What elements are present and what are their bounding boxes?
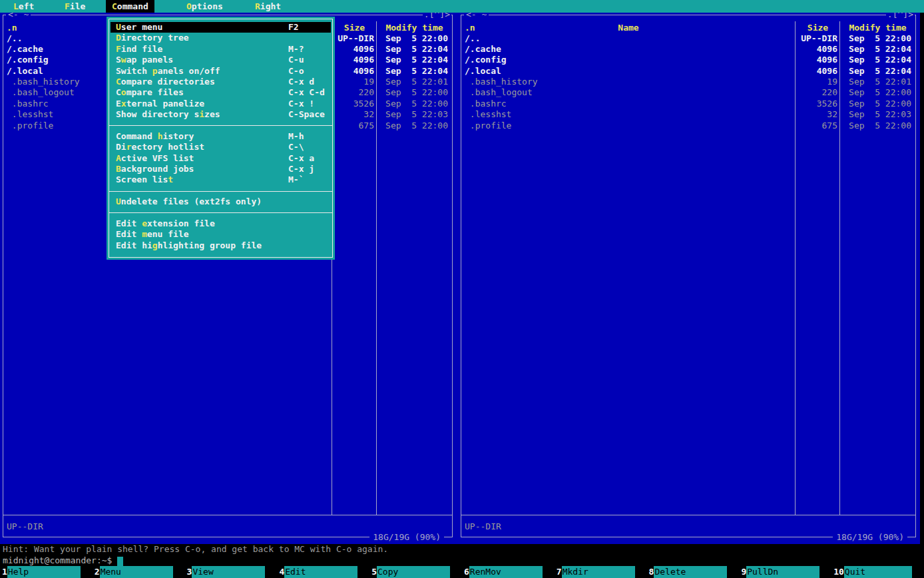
function-key-number: 6 (462, 566, 469, 578)
file-row[interactable]: /.. UP--DIR Sep 5 22:00 (461, 33, 915, 44)
menubar-item[interactable]: Options (180, 0, 229, 13)
file-row[interactable]: .bash_history 19 Sep 5 22:01 (461, 77, 915, 87)
file-row[interactable]: /.local 4096 Sep 5 22:04 (461, 66, 915, 77)
menu-shortcut: C-x ! (288, 99, 314, 109)
command-menu-item[interactable]: External panelizeC-x ! (111, 99, 331, 109)
function-key[interactable]: 6RenMov (462, 566, 555, 578)
command-menu-item[interactable]: Directory hotlistC-\ (111, 142, 331, 152)
function-key[interactable]: 5Copy (369, 566, 462, 578)
column-header-name[interactable]: .n Name (461, 22, 796, 33)
file-mtime: Sep 5 22:00 (377, 121, 452, 131)
file-name: .bashrc (461, 99, 796, 109)
file-name: .lesshst (461, 109, 796, 120)
menu-bar: Left File Command Options Right (0, 0, 924, 13)
file-size: 4096 (332, 66, 377, 77)
command-menu-item[interactable] (109, 186, 332, 196)
menubar-item[interactable]: Command (106, 0, 154, 13)
menu-shortcut: C-x C-d (288, 87, 325, 98)
mc-screen: <- ~ .[^]> .n Name Size Modify time /.. … (0, 0, 924, 578)
file-size: 4096 (332, 55, 377, 65)
shell-prompt: midnight@commander:~$ (3, 555, 112, 565)
command-menu-item[interactable]: Show directory sizesC-Space (111, 109, 331, 120)
command-menu-dropdown: User menuF2 Directory tree Find fileM-? … (107, 17, 335, 260)
file-name: /.. (461, 33, 796, 44)
function-key-label: Delete (654, 566, 727, 578)
file-size: 3526 (332, 99, 377, 109)
command-menu-item[interactable]: Screen listM-` (111, 174, 331, 185)
command-menu-item[interactable] (109, 120, 332, 131)
file-mtime: Sep 5 22:00 (840, 121, 915, 131)
function-key[interactable]: 4Edit (277, 566, 369, 578)
hint-line: Hint: Want your plain shell? Press C-o, … (3, 544, 924, 555)
menu-shortcut: C-o (288, 66, 304, 77)
file-size: 19 (332, 77, 377, 87)
column-header-size[interactable]: Size (332, 22, 377, 33)
menu-shortcut: C-x a (288, 153, 314, 164)
file-mtime: Sep 5 22:03 (840, 109, 915, 120)
function-key[interactable]: 1Help (0, 566, 93, 578)
function-key[interactable]: 3View (185, 566, 278, 578)
file-row[interactable]: .bash_logout 220 Sep 5 22:00 (461, 87, 915, 98)
mini-status: UP--DIR (465, 521, 501, 532)
right-panel: <- ~ .[^]> .n Name Size Modify time /.. … (461, 15, 916, 537)
function-key-label: Copy (377, 566, 450, 578)
menubar-item[interactable]: Left (7, 0, 40, 13)
function-key[interactable]: 10Quit (831, 566, 924, 578)
file-mtime: Sep 5 22:00 (377, 87, 452, 98)
file-row[interactable]: .lesshst 32 Sep 5 22:03 (461, 109, 915, 120)
panel-column-headers: .n Name Size Modify time (461, 22, 915, 33)
file-row[interactable]: .bashrc 3526 Sep 5 22:00 (461, 99, 915, 109)
column-header-mtime[interactable]: Modify time (840, 22, 915, 33)
menubar-item[interactable]: Right (249, 0, 287, 13)
function-key[interactable]: 7Mkdir (555, 566, 647, 578)
file-row[interactable]: /.cache 4096 Sep 5 22:04 (461, 44, 915, 55)
mini-status-separator (3, 515, 452, 515)
file-size: 4096 (796, 66, 840, 77)
menu-shortcut: C-x j (288, 164, 314, 174)
terminal-cursor (117, 557, 123, 566)
command-menu-item[interactable]: Active VFS listC-x a (111, 153, 331, 164)
column-separator (376, 21, 377, 515)
function-key-label: Help (7, 566, 81, 578)
command-menu-item[interactable]: Undelete files (ext2fs only) (111, 196, 331, 207)
command-menu-item[interactable]: Background jobsC-x j (111, 164, 331, 174)
function-key-number: 10 (831, 566, 844, 578)
file-mtime: Sep 5 22:00 (377, 33, 452, 44)
file-mtime: Sep 5 22:00 (840, 87, 915, 98)
function-key-number: 8 (647, 566, 654, 578)
command-menu-item[interactable]: Compare filesC-x C-d (111, 87, 331, 98)
function-key-label: RenMov (469, 566, 543, 578)
file-size: 675 (332, 121, 377, 131)
file-mtime: Sep 5 22:04 (840, 55, 915, 65)
command-menu-item[interactable]: Switch panels on/offC-o (111, 66, 331, 77)
command-menu-item[interactable]: Find fileM-? (111, 44, 331, 55)
file-size: 220 (332, 87, 377, 98)
command-menu-item[interactable]: Edit menu file (111, 229, 331, 240)
command-menu-item[interactable]: Command historyM-h (111, 131, 331, 142)
function-key[interactable]: 9PullDn (739, 566, 831, 578)
function-key[interactable]: 2Menu (93, 566, 185, 578)
column-header-mtime[interactable]: Modify time (377, 22, 452, 33)
menu-shortcut: M-h (288, 131, 304, 142)
menubar-item[interactable]: File (59, 0, 91, 13)
function-key-label: Menu (100, 566, 173, 578)
command-menu-item[interactable]: Edit extension file (111, 218, 331, 229)
command-menu-item[interactable]: Edit highlighting group file (111, 240, 331, 251)
command-menu-item[interactable]: Directory tree (111, 33, 331, 43)
file-row[interactable]: /.config 4096 Sep 5 22:04 (461, 55, 915, 65)
command-menu-item[interactable]: Swap panelsC-u (111, 55, 331, 65)
function-key-number: 5 (369, 566, 377, 578)
file-mtime: Sep 5 22:04 (377, 44, 452, 55)
file-row[interactable]: .profile 675 Sep 5 22:00 (461, 121, 915, 131)
command-menu-item[interactable]: Compare directoriesC-x d (111, 77, 331, 87)
menu-shortcut: M-` (288, 174, 304, 185)
column-header-name-label: Name (618, 23, 638, 33)
function-key-number: 9 (739, 566, 746, 578)
shell-prompt-line[interactable]: midnight@commander:~$ (3, 555, 924, 566)
command-menu-item[interactable] (109, 207, 332, 218)
menu-shortcut: C-Space (288, 109, 325, 120)
column-header-size[interactable]: Size (796, 22, 840, 33)
column-separator (839, 21, 840, 515)
function-key[interactable]: 8Delete (647, 566, 740, 578)
command-menu-item[interactable]: User menuF2 (111, 22, 331, 33)
